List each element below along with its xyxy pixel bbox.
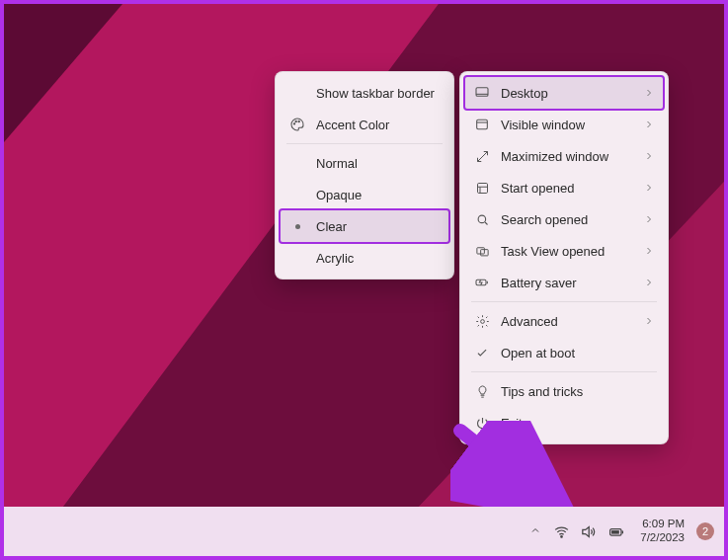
chevron-right-icon [643, 315, 655, 327]
menu-label: Start opened [501, 181, 643, 196]
wifi-icon [553, 523, 570, 540]
menu-label: Clear [316, 219, 441, 234]
chevron-right-icon [643, 245, 655, 257]
menu-label: Opaque [316, 188, 441, 202]
taskbar-clock[interactable]: 6:09 PM 7/2/2023 [640, 518, 685, 545]
svg-rect-8 [476, 88, 488, 97]
bulb-icon [471, 384, 493, 399]
window-icon [471, 117, 493, 132]
menu-label: Exit [501, 416, 655, 431]
battery-icon [471, 275, 493, 290]
svg-rect-9 [477, 120, 488, 128]
svg-point-16 [561, 535, 562, 536]
menu-label: Desktop [501, 86, 643, 101]
maximize-icon [471, 149, 493, 164]
desktop-icon [471, 85, 493, 101]
menu-item-start-opened[interactable]: Start opened [465, 172, 663, 203]
menu-label: Visible window [501, 118, 643, 132]
menu-label: Battery saver [501, 276, 643, 290]
tray-overflow-chevron[interactable] [526, 520, 545, 543]
menu-item-visible-window[interactable]: Visible window [465, 109, 663, 140]
clock-time: 6:09 PM [640, 518, 685, 531]
chevron-right-icon [643, 277, 655, 288]
bullet-icon [286, 224, 308, 229]
menu-label: Search opened [501, 212, 643, 227]
task-view-icon [471, 244, 493, 259]
menu-label: Tips and tricks [501, 384, 655, 399]
menu-item-task-view-opened[interactable]: Task View opened [465, 235, 663, 267]
context-submenu-transparency: Show taskbar border Accent Color Normal … [275, 71, 454, 280]
svg-point-5 [293, 123, 294, 124]
gear-icon [471, 314, 493, 329]
menu-item-maximized-window[interactable]: Maximized window [465, 140, 663, 172]
palette-icon [286, 117, 308, 132]
context-menu-main: Desktop Visible window Maximized window … [459, 71, 669, 444]
menu-item-advanced[interactable]: Advanced [465, 305, 663, 337]
chevron-right-icon [643, 150, 655, 162]
svg-rect-18 [611, 530, 619, 534]
menu-item-clear[interactable]: Clear [281, 210, 448, 242]
menu-item-tips[interactable]: Tips and tricks [465, 375, 663, 407]
taskbar: 6:09 PM 7/2/2023 2 [4, 507, 724, 556]
svg-rect-10 [477, 183, 487, 193]
menu-label: Advanced [501, 314, 643, 329]
badge-count: 2 [702, 525, 708, 537]
menu-label: Show taskbar border [316, 86, 441, 101]
menu-item-show-taskbar-border[interactable]: Show taskbar border [281, 77, 448, 109]
menu-item-acrylic[interactable]: Acrylic [281, 242, 448, 274]
clock-date: 7/2/2023 [640, 531, 685, 545]
svg-point-7 [298, 120, 299, 121]
power-icon [471, 416, 493, 431]
menu-separator [471, 371, 657, 372]
svg-point-11 [478, 215, 486, 223]
menu-item-desktop[interactable]: Desktop [465, 77, 663, 109]
menu-separator [286, 143, 443, 144]
menu-label: Accent Color [316, 118, 441, 132]
search-icon [471, 212, 493, 227]
sound-icon [580, 523, 597, 540]
menu-item-exit[interactable]: Exit [465, 407, 663, 439]
menu-item-open-at-boot[interactable]: Open at boot [465, 337, 663, 368]
menu-label: Normal [316, 156, 441, 171]
tray-icons[interactable] [553, 523, 626, 540]
notification-badge[interactable]: 2 [696, 522, 714, 540]
chevron-right-icon [643, 213, 655, 225]
chevron-right-icon [643, 182, 655, 194]
menu-label: Maximized window [501, 149, 643, 164]
menu-item-normal[interactable]: Normal [281, 147, 448, 179]
chevron-right-icon [643, 87, 655, 99]
svg-point-6 [295, 120, 296, 121]
menu-item-search-opened[interactable]: Search opened [465, 203, 663, 235]
menu-separator [471, 301, 657, 302]
svg-point-15 [480, 319, 484, 323]
start-icon [471, 181, 493, 196]
battery-tray-icon [607, 523, 626, 540]
menu-item-accent-color[interactable]: Accent Color [281, 109, 448, 140]
menu-label: Open at boot [501, 346, 655, 360]
menu-item-battery-saver[interactable]: Battery saver [465, 267, 663, 298]
menu-label: Task View opened [501, 244, 643, 259]
menu-label: Acrylic [316, 251, 441, 266]
menu-item-opaque[interactable]: Opaque [281, 179, 448, 210]
check-icon [471, 346, 493, 360]
chevron-right-icon [643, 119, 655, 130]
